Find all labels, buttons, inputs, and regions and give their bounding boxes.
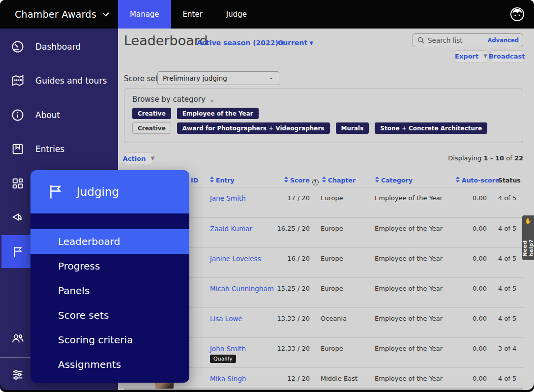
- view-selector[interactable]: Current▼: [278, 39, 313, 47]
- entry-link[interactable]: John Smith: [210, 345, 246, 353]
- map-icon: [11, 74, 25, 88]
- category-chip[interactable]: Stone + Concrete Architecture: [375, 122, 487, 134]
- category-chip[interactable]: Creative: [132, 122, 171, 134]
- sidebar-item-entries[interactable]: Entries: [0, 138, 118, 160]
- tab-manage-label: Manage: [130, 10, 159, 19]
- flyout-item-progress[interactable]: Progress: [30, 254, 189, 278]
- category-value: Employee of the Year: [375, 375, 443, 382]
- category-chip[interactable]: Employee of the Year: [177, 108, 259, 119]
- score-info-icon[interactable]: ?: [312, 179, 319, 185]
- category-chip[interactable]: Creative: [132, 108, 171, 119]
- status-value: 4 of 5: [498, 225, 516, 232]
- sidebar-item-label: Dashboard: [35, 42, 81, 52]
- score-value: 16.25 / 20: [262, 225, 310, 232]
- waving-hand-icon: ✋: [525, 218, 532, 224]
- auto-score-value: 0.00: [446, 285, 487, 292]
- table-bottom-border: [124, 389, 523, 390]
- status-value: 4 of 5: [498, 285, 516, 292]
- sidebar-item-label: About: [35, 110, 60, 120]
- tab-enter[interactable]: Enter: [171, 0, 214, 29]
- column-header-entry[interactable]: Entry: [210, 177, 235, 184]
- export-label: Export: [455, 53, 478, 60]
- tab-judge[interactable]: Judge: [214, 0, 259, 29]
- need-help-label: Need help?: [522, 227, 534, 257]
- category-chip-row: Creative Award for Photographers + Video…: [132, 122, 487, 134]
- brand-menu[interactable]: Chamber Awards: [0, 0, 118, 29]
- entry-link[interactable]: Jane Smith: [210, 194, 246, 202]
- tab-manage[interactable]: Manage: [118, 0, 171, 29]
- score-set-select[interactable]: Preliminary judging ⌄: [157, 71, 279, 85]
- search-input[interactable]: [428, 36, 488, 44]
- chapter-value: Europe: [321, 285, 343, 292]
- chapter-value: Oceania: [321, 315, 347, 322]
- flyout-body: Leaderboard Progress Panels Score sets S…: [30, 213, 189, 377]
- score-value: 17 / 20: [262, 194, 310, 202]
- sort-icon: [210, 177, 214, 182]
- info-icon: [11, 108, 25, 122]
- action-button[interactable]: Action▼: [124, 152, 153, 164]
- sidebar-divider: [0, 357, 31, 358]
- sidebar-item-dashboard[interactable]: Dashboard: [0, 36, 118, 58]
- category-value: Employee of the Year: [375, 315, 443, 322]
- entry-link[interactable]: Zaaid Kumar: [210, 225, 252, 233]
- judging-flyout-menu: Judging Leaderboard Progress Panels Scor…: [30, 170, 189, 383]
- chevron-down-icon: ⌄: [209, 96, 215, 103]
- need-help-tab[interactable]: ✋ Need help?: [522, 215, 534, 260]
- flyout-item-scoring-criteria[interactable]: Scoring criteria: [30, 328, 189, 352]
- category-value: Employee of the Year: [375, 255, 443, 262]
- flyout-item-assignments[interactable]: Assignments: [30, 352, 189, 377]
- flyout-item-leaderboard[interactable]: Leaderboard: [30, 229, 189, 254]
- category-value: Employee of the Year: [375, 345, 443, 352]
- status-value: 3 of 4: [498, 345, 516, 352]
- dashboard-icon: [11, 40, 25, 54]
- sort-icon: [456, 177, 460, 182]
- category-chip[interactable]: Award for Photographers + Videographers: [177, 122, 330, 134]
- season-selector[interactable]: Active season (2022)▼: [197, 39, 284, 47]
- chevron-down-icon: ▼: [483, 53, 487, 59]
- user-avatar-icon[interactable]: [509, 6, 525, 22]
- entry-link[interactable]: Lisa Lowe: [210, 315, 242, 323]
- auto-score-value: 0.00: [446, 255, 487, 262]
- chapter-value: Europe: [321, 225, 343, 232]
- export-button[interactable]: Export▼: [455, 50, 487, 62]
- apps-icon: [11, 177, 25, 190]
- status-value: 4 of 5: [498, 375, 516, 382]
- flyout-item-panels[interactable]: Panels: [30, 278, 189, 303]
- column-header-status: Status: [498, 177, 521, 184]
- auto-score-value: 0.00: [446, 225, 487, 232]
- auto-score-value: 0.00: [446, 194, 487, 202]
- score-value: 13.33 / 20: [262, 315, 310, 322]
- sidebar-item-label: Guides and tours: [35, 76, 107, 86]
- category-value: Employee of the Year: [375, 194, 443, 202]
- qualify-badge[interactable]: Qualify: [210, 355, 236, 363]
- broadcast-button[interactable]: Broadcast: [490, 50, 523, 62]
- sort-icon: [322, 177, 326, 182]
- column-header-auto-score[interactable]: Auto-score: [456, 177, 499, 184]
- score-value: 15.25 / 20: [262, 285, 310, 292]
- brand-label: Chamber Awards: [15, 9, 96, 20]
- pagination-summary: Displaying 1 - 10 of 22: [448, 154, 523, 162]
- category-chip[interactable]: Murals: [336, 122, 369, 134]
- chevron-down-icon: ▼: [309, 40, 313, 46]
- status-value: 4 of 5: [498, 315, 516, 322]
- entry-link[interactable]: Janine Loveless: [210, 255, 261, 263]
- sort-icon: [375, 177, 379, 182]
- tab-enter-label: Enter: [183, 10, 203, 19]
- flyout-item-score-sets[interactable]: Score sets: [30, 303, 189, 328]
- settings-sliders-icon: [11, 368, 25, 382]
- sidebar-item-about[interactable]: About: [0, 104, 118, 126]
- entry-link[interactable]: Mika Singh: [210, 375, 246, 383]
- score-set-value: Preliminary judging: [163, 74, 227, 82]
- score-value: 12 / 20: [262, 375, 310, 382]
- column-header-category[interactable]: Category: [375, 177, 413, 184]
- column-header-id[interactable]: ID: [191, 177, 198, 184]
- sidebar-item-guides[interactable]: Guides and tours: [0, 70, 118, 91]
- score-value: 16 / 20: [262, 255, 310, 262]
- browse-by-category-toggle[interactable]: Browse by category⌄: [132, 95, 215, 104]
- advanced-search-link[interactable]: Advanced: [488, 37, 519, 44]
- browse-label: Browse by category: [132, 95, 206, 104]
- column-header-chapter[interactable]: Chapter: [322, 177, 356, 184]
- chapter-value: Middle East: [321, 375, 357, 382]
- column-header-score[interactable]: Score?: [284, 177, 319, 184]
- category-value: Employee of the Year: [375, 225, 443, 232]
